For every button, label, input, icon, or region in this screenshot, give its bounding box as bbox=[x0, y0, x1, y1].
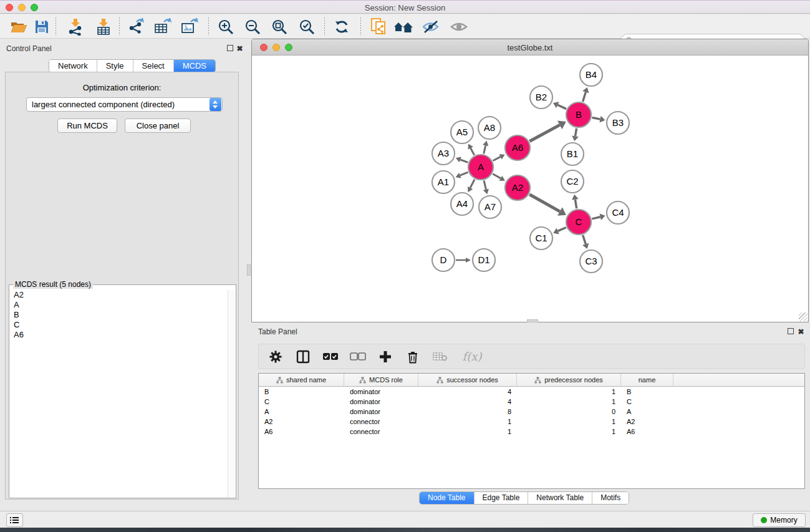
edge-A-A1[interactable] bbox=[460, 172, 468, 175]
refresh-layout-button[interactable] bbox=[330, 16, 354, 37]
tab-network[interactable]: Network bbox=[49, 60, 97, 72]
tab-style[interactable]: Style bbox=[97, 60, 133, 72]
home-button[interactable] bbox=[392, 16, 415, 37]
column-header-name[interactable]: name bbox=[621, 374, 673, 386]
table-cell[interactable]: C bbox=[259, 398, 344, 405]
edge-C-C1[interactable] bbox=[558, 228, 566, 231]
list-item[interactable]: A2 bbox=[10, 290, 228, 300]
table-cell[interactable]: 1 bbox=[418, 418, 517, 425]
vertical-splitter-grip[interactable] bbox=[247, 264, 251, 276]
column-header-predecessor-nodes[interactable]: predecessor nodes bbox=[517, 374, 621, 386]
mcds-result-scrollbar[interactable] bbox=[228, 290, 235, 497]
list-item[interactable]: B bbox=[10, 310, 228, 320]
table-cell[interactable]: A bbox=[259, 408, 344, 415]
close-panel-button[interactable]: Close panel bbox=[125, 118, 191, 133]
import-network-button[interactable] bbox=[64, 16, 87, 37]
table-cell[interactable]: A bbox=[621, 408, 673, 415]
table-cell[interactable]: dominator bbox=[344, 388, 418, 395]
add-column-button[interactable] bbox=[376, 347, 395, 366]
edge-A-A5[interactable] bbox=[471, 148, 475, 155]
edge-A6-B[interactable] bbox=[529, 125, 559, 141]
edge-B-B1[interactable] bbox=[576, 128, 577, 137]
table-panel-close-icon[interactable]: ✖ bbox=[797, 328, 805, 336]
network-window-titlebar[interactable]: testGlobe.txt bbox=[252, 39, 808, 56]
horizontal-splitter-grip[interactable] bbox=[527, 319, 538, 322]
column-header-successor-nodes[interactable]: successor nodes bbox=[418, 374, 517, 386]
memory-button[interactable]: Memory bbox=[753, 513, 806, 527]
table-cell[interactable]: 4 bbox=[418, 398, 517, 405]
columns-button[interactable] bbox=[294, 347, 312, 366]
table-cell[interactable]: dominator bbox=[344, 408, 418, 415]
resize-grip[interactable] bbox=[799, 312, 808, 321]
export-network-button[interactable] bbox=[125, 16, 148, 37]
list-item[interactable]: C bbox=[10, 320, 228, 330]
edge-C-C2[interactable] bbox=[575, 200, 576, 209]
tab-select[interactable]: Select bbox=[133, 60, 174, 72]
export-image-button[interactable] bbox=[178, 16, 201, 37]
table-cell[interactable]: A2 bbox=[259, 418, 344, 425]
edge-A-A2[interactable] bbox=[493, 174, 501, 178]
edge-A2-C[interactable] bbox=[529, 195, 560, 211]
table-row[interactable]: A6connector11A6 bbox=[259, 427, 804, 437]
function-builder-button[interactable]: f(x) bbox=[458, 347, 486, 366]
tab-network-table[interactable]: Network Table bbox=[528, 492, 592, 504]
table-cell[interactable]: 1 bbox=[418, 428, 517, 435]
zoom-in-button[interactable] bbox=[214, 16, 238, 37]
select-all-button[interactable] bbox=[321, 347, 340, 366]
column-header-shared-name[interactable]: shared name bbox=[259, 374, 344, 386]
table-cell[interactable]: 1 bbox=[517, 428, 621, 435]
export-table-button[interactable] bbox=[151, 16, 175, 37]
edge-A-A8[interactable] bbox=[484, 145, 486, 153]
edge-C-C3[interactable] bbox=[583, 235, 586, 244]
new-network-from-selection-button[interactable] bbox=[367, 16, 390, 37]
import-table-button[interactable] bbox=[92, 16, 115, 37]
node-table[interactable]: shared nameMCDS rolesuccessor nodesprede… bbox=[258, 373, 805, 489]
tab-motifs[interactable]: Motifs bbox=[592, 492, 629, 504]
table-cell[interactable]: 1 bbox=[517, 388, 621, 395]
table-panel-float-icon[interactable] bbox=[786, 328, 794, 336]
zoom-out-button[interactable] bbox=[241, 16, 264, 37]
edge-C-C4[interactable] bbox=[592, 217, 600, 219]
table-row[interactable]: Cdominator41C bbox=[259, 397, 804, 407]
table-cell[interactable]: connector bbox=[344, 418, 418, 425]
table-cell[interactable]: A6 bbox=[621, 428, 673, 435]
edge-A-A7[interactable] bbox=[484, 180, 486, 189]
deselect-all-button[interactable] bbox=[349, 347, 367, 366]
table-cell[interactable]: 1 bbox=[517, 398, 621, 405]
tab-mcds[interactable]: MCDS bbox=[174, 60, 215, 72]
zoom-fit-button[interactable] bbox=[268, 16, 291, 37]
open-session-button[interactable] bbox=[7, 16, 31, 37]
column-header-MCDS-role[interactable]: MCDS role bbox=[344, 374, 418, 386]
overview-eye-button[interactable] bbox=[447, 16, 471, 37]
list-item[interactable]: A bbox=[10, 300, 228, 310]
table-cell[interactable]: 4 bbox=[418, 388, 517, 395]
list-item[interactable]: A6 bbox=[10, 330, 228, 340]
gear-button[interactable] bbox=[266, 347, 285, 366]
control-panel-close-icon[interactable]: ✖ bbox=[236, 45, 244, 53]
network-graph[interactable]: AA1A2A3A4A5A6A7A8BB1B2B3B4CC1C2C3C4DD1 bbox=[252, 56, 808, 322]
edge-A-A4[interactable] bbox=[470, 180, 475, 188]
edge-A-A3[interactable] bbox=[460, 160, 468, 162]
task-history-button[interactable] bbox=[6, 513, 23, 527]
table-cell[interactable]: B bbox=[621, 388, 673, 395]
control-panel-float-icon[interactable] bbox=[226, 45, 234, 53]
edge-B-B3[interactable] bbox=[592, 117, 600, 119]
zoom-selected-button[interactable] bbox=[295, 16, 319, 37]
table-row[interactable]: A2connector11A2 bbox=[259, 417, 804, 427]
criterion-dropdown[interactable]: largest connected component (directed) bbox=[26, 97, 223, 112]
table-cell[interactable]: connector bbox=[344, 428, 418, 435]
tab-edge-table[interactable]: Edge Table bbox=[475, 492, 529, 504]
table-row[interactable]: Adominator80A bbox=[259, 407, 804, 417]
table-cell[interactable]: 8 bbox=[418, 408, 517, 415]
tab-node-table[interactable]: Node Table bbox=[420, 492, 475, 504]
edge-B-B2[interactable] bbox=[557, 105, 566, 109]
hide-details-button[interactable] bbox=[419, 16, 443, 37]
edge-B-B4[interactable] bbox=[583, 92, 586, 102]
table-row[interactable]: Bdominator41B bbox=[259, 387, 804, 397]
table-cell[interactable]: dominator bbox=[344, 398, 418, 405]
edge-A-A6[interactable] bbox=[493, 157, 500, 160]
table-cell[interactable]: A6 bbox=[259, 428, 344, 435]
table-cell[interactable]: 1 bbox=[517, 418, 621, 425]
delete-table-button[interactable] bbox=[431, 347, 450, 366]
table-cell[interactable]: A2 bbox=[621, 418, 673, 425]
